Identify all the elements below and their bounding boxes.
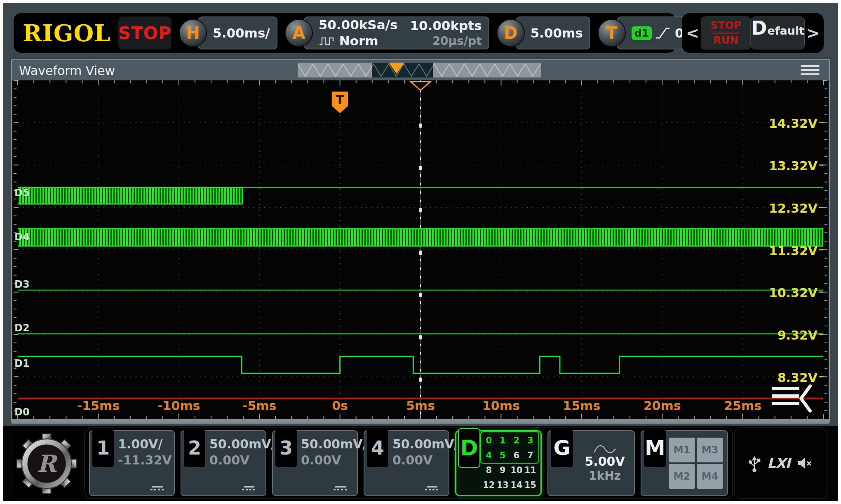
waveform-view-header[interactable]: Waveform View xyxy=(12,60,829,80)
svg-text:11.32V: 11.32V xyxy=(769,244,818,258)
trigger-source-badge: d1 xyxy=(632,26,652,40)
horizontal-scale-panel[interactable]: 5.00ms/ xyxy=(198,16,277,49)
trigger-markers: T xyxy=(332,82,430,113)
math-slot-m1[interactable]: M1 xyxy=(669,438,695,462)
channel-3-number: 3 xyxy=(275,429,297,467)
digital-bit-7: 7 xyxy=(527,450,533,460)
digital-bit-10: 10 xyxy=(510,465,522,475)
delay-group: D 5.00ms xyxy=(497,16,590,49)
svg-text:D5: D5 xyxy=(14,187,30,199)
waveform-plot-area[interactable]: D5D4D3D2D1D014.32V13.32V12.32V11.32V10.3… xyxy=(12,80,829,419)
digital-bit-0: 0 xyxy=(486,436,492,445)
svg-text:15ms: 15ms xyxy=(563,399,600,413)
delay-panel[interactable]: 5.00ms xyxy=(516,16,590,49)
horizontal-group: H 5.00ms/ xyxy=(179,16,277,49)
channel-3-scale: 50.00mV/ xyxy=(301,436,357,452)
channel-3-button[interactable]: 3 50.00mV/ 0.00V xyxy=(272,430,358,496)
default-button-initial: D xyxy=(751,17,767,39)
svg-text:20ms: 20ms xyxy=(644,399,681,413)
softkey-scroll-right-icon[interactable]: > xyxy=(805,24,821,42)
usb-icon xyxy=(748,455,761,472)
digital-bit-2: 2 xyxy=(513,436,519,445)
softkey-scroll-left-icon[interactable]: < xyxy=(684,24,701,42)
channel-1-button[interactable]: 1 1.00V/ -11.32V xyxy=(89,430,175,496)
acquire-group: A 50.00kSa/s Norm 10.00kpts 20µs/pt xyxy=(285,16,489,49)
stop-run-button[interactable]: STOP RUN xyxy=(701,16,751,49)
waveform-menu-icon[interactable] xyxy=(801,65,820,75)
waveform-view-panel: Waveform View D5D4D3D2D1D014.32V13.32V12… xyxy=(11,59,830,424)
generator-frequency: 1kHz xyxy=(589,469,621,483)
svg-text:9.32V: 9.32V xyxy=(778,328,818,342)
horizontal-knob-button[interactable]: H xyxy=(179,19,207,47)
rigol-logo: RIGOL xyxy=(19,19,111,47)
gear-icon: R xyxy=(16,431,78,496)
pulse-waveform-icon xyxy=(319,35,336,46)
waveform-plot: D5D4D3D2D1D014.32V13.32V12.32V11.32V10.3… xyxy=(14,80,827,419)
plot-labels: D5D4D3D2D1D014.32V13.32V12.32V11.32V10.3… xyxy=(14,116,823,418)
svg-text:D0: D0 xyxy=(14,406,30,418)
sample-rate-value: 50.00kSa/s xyxy=(319,17,398,33)
digital-channels-button[interactable]: D 0123456789101112131415 xyxy=(455,430,542,496)
channel-tiles-container: 1 1.00V/ -11.32V 2 50.00mV/ 0.00V 3 50.0… xyxy=(84,427,733,499)
svg-text:14.32V: 14.32V xyxy=(769,116,818,131)
sine-wave-icon xyxy=(593,443,617,454)
channel-2-button[interactable]: 2 50.00mV/ 0.00V xyxy=(181,430,266,496)
svg-text:R: R xyxy=(37,450,58,477)
math-slots-grid: M1M3M2M4 xyxy=(669,438,723,489)
digital-bit-5: 5 xyxy=(500,450,506,460)
acquire-panel[interactable]: 50.00kSa/s Norm 10.00kpts 20µs/pt xyxy=(304,16,489,49)
channel-1-scale: 1.00V/ xyxy=(118,436,174,452)
math-slot-m3[interactable]: M3 xyxy=(697,438,723,462)
grid xyxy=(14,80,827,419)
ground-coupling-icon xyxy=(425,486,439,490)
rigol-gear-logo[interactable]: R xyxy=(14,429,80,498)
svg-text:10ms: 10ms xyxy=(482,399,520,413)
svg-text:D2: D2 xyxy=(14,322,30,334)
math-key-label: M xyxy=(644,429,666,467)
ground-coupling-icon xyxy=(333,486,348,490)
sample-resolution-value: 20µs/pt xyxy=(432,34,482,48)
channel-1-offset: -11.32V xyxy=(118,452,174,468)
generator-key-label: G xyxy=(551,429,573,467)
svg-text:25ms: 25ms xyxy=(724,399,761,413)
digital-bit-8: 8 xyxy=(486,465,492,475)
digital-bit-3: 3 xyxy=(527,436,533,445)
svg-text:-10ms: -10ms xyxy=(157,399,200,413)
svg-text:D4: D4 xyxy=(14,231,30,243)
generator-button[interactable]: G 5.00V 1kHz xyxy=(547,430,635,496)
math-button[interactable]: M M1M3M2M4 xyxy=(641,430,728,496)
acquire-knob-button[interactable]: A xyxy=(285,19,313,47)
digital-bit-4: 4 xyxy=(486,450,492,460)
channel-4-scale: 50.00mV/ xyxy=(392,436,449,452)
ground-coupling-icon xyxy=(150,486,165,490)
stop-run-label-stop: STOP xyxy=(710,20,741,31)
digital-bit-12: 12 xyxy=(483,480,495,490)
channel-2-scale: 50.00mV/ xyxy=(209,436,265,452)
stop-run-label-run: RUN xyxy=(713,35,738,46)
softkey-bar: < STOP RUN D efault > xyxy=(682,13,824,53)
delay-value: 5.00ms xyxy=(531,26,583,40)
svg-text:13.32V: 13.32V xyxy=(769,159,818,173)
digital-bit-11: 11 xyxy=(524,465,536,475)
svg-text:12.32V: 12.32V xyxy=(769,201,818,216)
svg-text:8.32V: 8.32V xyxy=(778,370,818,385)
waveform-view-title: Waveform View xyxy=(19,63,115,78)
default-button-rest: efault xyxy=(767,24,804,37)
svg-text:-15ms: -15ms xyxy=(77,399,120,413)
horizontal-scale-value: 5.00ms/ xyxy=(213,26,270,40)
horizontal-position-navigator[interactable] xyxy=(298,63,541,78)
channel-2-number: 2 xyxy=(184,429,205,467)
channel-2-offset: 0.00V xyxy=(209,452,265,468)
math-slot-m2[interactable]: M2 xyxy=(669,464,695,489)
digital-key-label: D xyxy=(458,428,480,468)
digital-bit-1: 1 xyxy=(500,436,506,445)
delay-knob-button[interactable]: D xyxy=(497,19,525,47)
trigger-knob-button[interactable]: T xyxy=(598,19,626,47)
waveform-panel-footer xyxy=(12,419,829,422)
math-slot-m4[interactable]: M4 xyxy=(697,464,723,489)
default-button[interactable]: D efault xyxy=(751,16,805,49)
svg-text:10.32V: 10.32V xyxy=(769,286,818,300)
digital-bit-14: 14 xyxy=(510,480,522,490)
channel-4-button[interactable]: 4 50.00mV/ 0.00V xyxy=(364,430,449,496)
lxi-logo: LXI xyxy=(767,455,790,471)
